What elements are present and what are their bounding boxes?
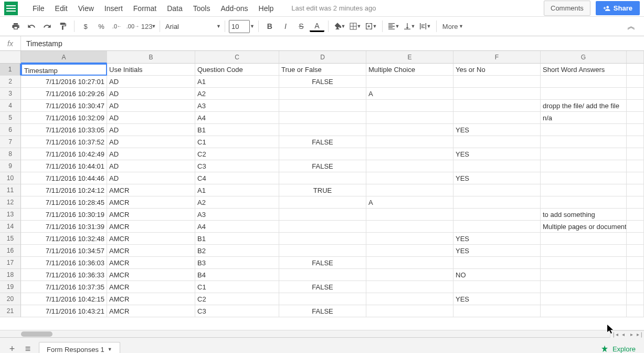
cell[interactable]: n/a (541, 112, 627, 124)
cell[interactable]: A4 (195, 221, 279, 233)
cell[interactable] (366, 100, 453, 112)
row-header[interactable]: 8 (0, 148, 21, 160)
cell[interactable]: AD (107, 172, 195, 184)
column-header[interactable]: B (107, 51, 195, 64)
cell[interactable]: 7/11/2016 10:32:48 (21, 233, 107, 245)
cell[interactable] (541, 233, 627, 245)
horizontal-scrollbar[interactable]: ❘◂ ◂ ▸ ▸❘ (0, 330, 644, 337)
row-header[interactable]: 1 (0, 64, 21, 76)
column-header[interactable]: F (453, 51, 541, 64)
cell[interactable] (541, 245, 627, 257)
cell[interactable] (627, 112, 644, 124)
row-header[interactable]: 13 (0, 209, 21, 221)
row-header[interactable]: 9 (0, 160, 21, 172)
cell[interactable] (279, 209, 366, 221)
cell[interactable] (627, 209, 644, 221)
text-color-icon[interactable]: A (310, 20, 324, 32)
cell[interactable] (453, 88, 541, 100)
cell[interactable] (627, 148, 644, 160)
cell[interactable] (279, 196, 366, 209)
cell[interactable]: AD (107, 148, 195, 160)
cell[interactable]: TRUE (279, 184, 366, 196)
cell[interactable] (541, 269, 627, 281)
cell[interactable] (627, 160, 644, 172)
all-sheets-icon[interactable]: ≡ (20, 341, 36, 354)
cell[interactable] (366, 76, 453, 88)
cell[interactable] (627, 136, 644, 148)
cell[interactable]: A (366, 88, 453, 100)
cell[interactable]: FALSE (279, 281, 366, 293)
row-header[interactable]: 3 (0, 88, 21, 100)
cell[interactable] (541, 196, 627, 209)
cell[interactable] (279, 172, 366, 184)
menu-view[interactable]: View (73, 2, 99, 15)
cell[interactable]: A1 (195, 184, 279, 196)
cell[interactable] (627, 257, 644, 269)
cell[interactable]: YES (453, 293, 541, 305)
sheet-tab[interactable]: Form Responses 1 ▼ (39, 342, 120, 354)
borders-icon[interactable]: ▼ (348, 19, 363, 34)
last-edit-text[interactable]: Last edit was 2 minutes ago (291, 4, 376, 12)
cell[interactable] (541, 148, 627, 160)
cell[interactable]: AD (107, 100, 195, 112)
cell[interactable]: AMCR (107, 293, 195, 305)
column-header-extra[interactable] (627, 51, 644, 64)
cell[interactable]: A2 (195, 88, 279, 100)
cell[interactable] (453, 196, 541, 209)
row-header[interactable]: 18 (0, 269, 21, 281)
cell[interactable]: AMCR (107, 233, 195, 245)
cell[interactable]: YES (453, 245, 541, 257)
cell[interactable] (366, 221, 453, 233)
cell[interactable]: AMCR (107, 221, 195, 233)
print-icon[interactable] (8, 19, 23, 34)
cell[interactable] (541, 305, 627, 317)
menu-data[interactable]: Data (162, 2, 188, 15)
row-header[interactable]: 4 (0, 100, 21, 112)
cell[interactable]: AD (107, 160, 195, 172)
cell[interactable] (541, 160, 627, 172)
cell[interactable]: AMCR (107, 184, 195, 196)
column-header[interactable]: G (541, 51, 627, 64)
menu-help[interactable]: Help (254, 2, 279, 15)
cell[interactable] (627, 281, 644, 293)
cell[interactable] (366, 172, 453, 184)
cell-header[interactable]: Yes or No (453, 64, 541, 76)
cell-header[interactable]: True or False (279, 64, 366, 76)
cell[interactable] (453, 305, 541, 317)
row-header[interactable]: 14 (0, 221, 21, 233)
cell[interactable]: 7/11/2016 10:36:33 (21, 269, 107, 281)
cell[interactable] (279, 245, 366, 257)
cell[interactable] (366, 269, 453, 281)
format-123-button[interactable]: 123▼ (141, 19, 156, 34)
vertical-align-icon[interactable]: ▼ (402, 19, 417, 34)
cell[interactable]: 7/11/2016 10:37:35 (21, 281, 107, 293)
cell[interactable]: A3 (195, 209, 279, 221)
cell[interactable]: C1 (195, 136, 279, 148)
cell[interactable] (279, 88, 366, 100)
cell[interactable] (279, 148, 366, 160)
cell[interactable] (366, 293, 453, 305)
cell[interactable] (366, 305, 453, 317)
cell[interactable]: AD (107, 76, 195, 88)
cell[interactable]: B3 (195, 257, 279, 269)
cell[interactable] (366, 148, 453, 160)
cell[interactable] (366, 160, 453, 172)
undo-icon[interactable] (24, 19, 39, 34)
cell[interactable]: A1 (195, 76, 279, 88)
cell[interactable]: 7/11/2016 10:37:52 (21, 136, 107, 148)
menu-edit[interactable]: Edit (50, 2, 73, 15)
cell[interactable]: A (366, 196, 453, 209)
cell[interactable] (453, 221, 541, 233)
cell[interactable]: C3 (195, 160, 279, 172)
cell[interactable]: YES (453, 172, 541, 184)
menu-file[interactable]: File (27, 2, 50, 15)
nav-next-icon[interactable]: ▸ (627, 331, 636, 338)
cell[interactable] (541, 257, 627, 269)
cell[interactable] (453, 160, 541, 172)
cell[interactable] (627, 184, 644, 196)
cell[interactable]: 7/11/2016 10:27:01 (21, 76, 107, 88)
cell[interactable]: AD (107, 124, 195, 136)
cell[interactable]: FALSE (279, 160, 366, 172)
cell[interactable]: 7/11/2016 10:42:49 (21, 148, 107, 160)
cell[interactable]: YES (453, 233, 541, 245)
